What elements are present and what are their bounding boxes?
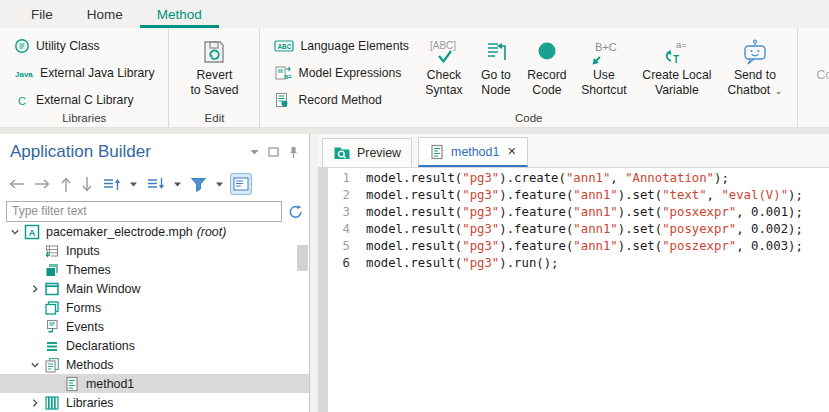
- external-c-library-button[interactable]: CExternal C Library: [10, 88, 158, 112]
- string-literal: "Annotation": [625, 171, 714, 185]
- pin-icon[interactable]: [288, 146, 299, 159]
- string-literal: "pg3": [462, 256, 499, 270]
- code-line[interactable]: 3model.result("pg3").feature("ann1").set…: [318, 204, 829, 221]
- external-java-library-button[interactable]: JavaExternal Java Library: [10, 61, 158, 85]
- code-line[interactable]: 2model.result("pg3").feature("ann1").set…: [318, 187, 829, 204]
- code-editor[interactable]: 1model.result("pg3").create("ann1", "Ann…: [318, 168, 829, 412]
- check-syntax-button[interactable]: [ABC]CheckSyntax: [417, 32, 471, 118]
- big-button-row: Continue: [804, 32, 829, 109]
- close-icon[interactable]: ✕: [507, 145, 516, 158]
- create-local-variable-button[interactable]: a=TCreate LocalVariable: [635, 32, 719, 118]
- float-panel-icon[interactable]: [268, 147, 279, 157]
- record-code-icon: [533, 38, 561, 66]
- group-label: Code: [260, 112, 796, 124]
- use-shortcut-icon: B+C: [587, 38, 621, 66]
- group-label: Edit: [169, 112, 259, 124]
- tree-item-declarations[interactable]: Declarations: [0, 336, 309, 355]
- tree-scrollbar-thumb[interactable]: [297, 245, 308, 271]
- svg-text:B+C: B+C: [595, 41, 617, 53]
- go-to-node-button[interactable]: Go toNode: [471, 32, 521, 118]
- dropdown-arrow-icon[interactable]: [128, 173, 139, 195]
- tree-item-pacemaker-electrode-mph[interactable]: Apacemaker_electrode.mph(root): [0, 222, 309, 241]
- string-literal: "posyexpr": [662, 222, 736, 236]
- tree-item-themes[interactable]: Themes: [0, 260, 309, 279]
- button-label: Continue: [817, 68, 829, 83]
- forward-arrow-button[interactable]: [32, 173, 53, 195]
- button-iconbox: [ABC]: [427, 36, 461, 68]
- code-line[interactable]: 4model.result("pg3").feature("ann1").set…: [318, 221, 829, 238]
- tree-item-libraries[interactable]: Libraries: [0, 393, 309, 412]
- language-elements-button[interactable]: ABCLanguage Elements: [270, 34, 412, 58]
- code-line[interactable]: 6model.result("pg3").run();: [318, 255, 829, 272]
- show-in-editor-button[interactable]: [230, 173, 252, 195]
- tree-item-label: Main Window: [66, 282, 140, 296]
- down-arrow-button[interactable]: [79, 173, 95, 195]
- refresh-icon[interactable]: [288, 204, 303, 219]
- continue-button: Continue: [804, 32, 829, 118]
- record-code-button[interactable]: RecordCode: [521, 32, 573, 118]
- back-arrow-button[interactable]: [6, 173, 27, 195]
- dropdown-arrow-icon[interactable]: [214, 173, 225, 195]
- string-literal: "ann1": [573, 188, 617, 202]
- language-elements-icon: ABC: [274, 38, 294, 54]
- tree-chevron-expanded-icon[interactable]: [26, 360, 43, 370]
- tree-chevron-collapsed-icon[interactable]: [26, 398, 43, 408]
- tree-item-label: Themes: [66, 263, 111, 277]
- dropdown-arrow-icon[interactable]: [172, 173, 183, 195]
- line-number: 6: [328, 255, 354, 272]
- record-method-button[interactable]: Record Method: [270, 88, 412, 112]
- menu-tab-method[interactable]: Method: [140, 0, 219, 28]
- model-expressions-icon: a=: [274, 65, 292, 81]
- tree-item-events[interactable]: Events: [0, 317, 309, 336]
- tree-chevron-collapsed-icon[interactable]: [26, 284, 43, 294]
- button-label: Send toChatbot ⌄: [728, 68, 783, 98]
- move-down-icon: [146, 177, 165, 191]
- chevron-down-icon[interactable]: [250, 149, 259, 155]
- create-local-variable-icon: a=T: [662, 38, 692, 66]
- tree-item-methods[interactable]: Methods: [0, 355, 309, 374]
- tree-item-inputs[interactable]: Inputs: [0, 241, 309, 260]
- model-expressions-button[interactable]: a=Model Expressions: [270, 61, 412, 85]
- string-literal: "ann1": [573, 222, 617, 236]
- move-down-button[interactable]: [144, 173, 167, 195]
- move-up-button[interactable]: [100, 173, 123, 195]
- filter-input[interactable]: [6, 201, 282, 222]
- button-label: Language Elements: [300, 39, 408, 53]
- svg-text:a=: a=: [285, 73, 293, 80]
- editor-tab-preview[interactable]: Preview: [322, 138, 412, 167]
- check-syntax-icon: [ABC]: [427, 38, 461, 66]
- filter-button[interactable]: [188, 173, 209, 195]
- menu-tab-file[interactable]: File: [14, 0, 70, 28]
- panel-splitter[interactable]: [310, 134, 318, 412]
- use-shortcut-button[interactable]: B+CUseShortcut: [573, 32, 635, 118]
- menu-tab-home[interactable]: Home: [70, 0, 140, 28]
- button-label: Record Method: [298, 93, 381, 107]
- string-literal: "pg3": [462, 205, 499, 219]
- revert-to-saved-button[interactable]: Revertto Saved: [175, 32, 253, 118]
- model-tree: Apacemaker_electrode.mph(root)InputsThem…: [0, 222, 309, 412]
- send-to-chatbot-button[interactable]: Send toChatbot ⌄: [719, 32, 791, 118]
- code-line[interactable]: 1model.result("pg3").create("ann1", "Ann…: [318, 170, 829, 187]
- editor-tab-method1[interactable]: method1✕: [418, 137, 527, 167]
- tree-item-main-window[interactable]: Main Window: [0, 279, 309, 298]
- string-literal: "pg3": [462, 239, 499, 253]
- editor-tab-label: Preview: [357, 146, 401, 160]
- java-icon: Java: [14, 66, 34, 80]
- line-number: 2: [328, 187, 354, 204]
- utility-class-button[interactable]: Utility Class: [10, 34, 158, 58]
- ribbon-group-libraries: Utility ClassJavaExternal Java LibraryCE…: [0, 28, 169, 127]
- tree-item-method1[interactable]: method1: [0, 374, 309, 393]
- svg-text:a=: a=: [676, 39, 687, 50]
- button-iconbox: [200, 36, 228, 68]
- tree-item-forms[interactable]: Forms: [0, 298, 309, 317]
- code-line[interactable]: 5model.result("pg3").feature("ann1").set…: [318, 238, 829, 255]
- tree-chevron-expanded-icon[interactable]: [6, 227, 23, 237]
- up-arrow-button[interactable]: [58, 173, 74, 195]
- button-iconbox: B+C: [587, 36, 621, 68]
- svg-text:A: A: [28, 227, 35, 237]
- editor-tab-label: method1: [451, 145, 499, 159]
- panel-title: Application Builder: [10, 142, 250, 162]
- tree-toolbar: [6, 171, 252, 197]
- button-iconbox: a=T: [662, 36, 692, 68]
- button-iconbox: [482, 36, 510, 68]
